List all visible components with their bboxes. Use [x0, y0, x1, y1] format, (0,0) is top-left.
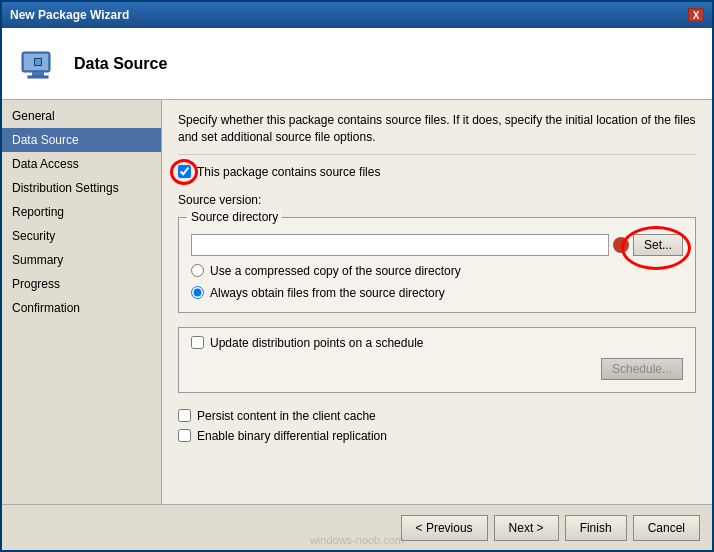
- source-dir-group: Source directory Set... Use a compressed…: [178, 217, 696, 313]
- update-dist-row: Update distribution points on a schedule: [191, 336, 683, 350]
- source-dir-input[interactable]: [191, 234, 609, 256]
- footer: windows-noob.com < Previous Next > Finis…: [2, 504, 712, 550]
- set-btn-wrapper: Set...: [633, 234, 683, 256]
- radio-always[interactable]: [191, 286, 204, 299]
- wizard-window: New Package Wizard X Data Source General: [0, 0, 714, 552]
- radio-compressed-row: Use a compressed copy of the source dire…: [191, 264, 683, 278]
- binary-diff-checkbox[interactable]: [178, 429, 191, 442]
- sidebar-item-distribution-settings[interactable]: Distribution Settings: [2, 176, 161, 200]
- wizard-header: Data Source: [2, 28, 712, 100]
- radio-compressed-label: Use a compressed copy of the source dire…: [210, 264, 461, 278]
- watermark: windows-noob.com: [310, 534, 404, 546]
- source-dir-group-title: Source directory: [187, 210, 282, 224]
- source-dir-row: Set...: [191, 234, 683, 256]
- title-bar: New Package Wizard X: [2, 2, 712, 28]
- source-version-label: Source version:: [178, 193, 696, 207]
- update-dist-label: Update distribution points on a schedule: [210, 336, 423, 350]
- bottom-checkboxes: Persist content in the client cache Enab…: [178, 409, 696, 443]
- cancel-button[interactable]: Cancel: [633, 515, 700, 541]
- radio-always-row: Always obtain files from the source dire…: [191, 286, 683, 300]
- schedule-button[interactable]: Schedule...: [601, 358, 683, 380]
- sidebar-item-reporting[interactable]: Reporting: [2, 200, 161, 224]
- persist-content-row: Persist content in the client cache: [178, 409, 696, 423]
- sidebar-item-confirmation[interactable]: Confirmation: [2, 296, 161, 320]
- update-dist-checkbox[interactable]: [191, 336, 204, 349]
- persist-content-label: Persist content in the client cache: [197, 409, 376, 423]
- svg-rect-3: [28, 76, 48, 78]
- persist-content-checkbox[interactable]: [178, 409, 191, 422]
- schedule-btn-row: Schedule...: [191, 358, 683, 380]
- sidebar-item-data-access[interactable]: Data Access: [2, 152, 161, 176]
- binary-diff-label: Enable binary differential replication: [197, 429, 387, 443]
- contains-source-checkbox[interactable]: [178, 165, 191, 178]
- header-icon: [14, 40, 62, 88]
- header-title: Data Source: [74, 55, 167, 73]
- radio-compressed[interactable]: [191, 264, 204, 277]
- contains-source-label: This package contains source files: [197, 165, 380, 179]
- sidebar-item-progress[interactable]: Progress: [2, 272, 161, 296]
- binary-diff-row: Enable binary differential replication: [178, 429, 696, 443]
- description-text: Specify whether this package contains so…: [178, 112, 696, 155]
- main-panel: Specify whether this package contains so…: [162, 100, 712, 504]
- next-button[interactable]: Next >: [494, 515, 559, 541]
- close-button[interactable]: X: [688, 8, 704, 22]
- content-area: General Data Source Data Access Distribu…: [2, 100, 712, 504]
- set-button[interactable]: Set...: [633, 234, 683, 256]
- sidebar-item-data-source[interactable]: Data Source: [2, 128, 161, 152]
- svg-rect-2: [32, 72, 44, 76]
- finish-button[interactable]: Finish: [565, 515, 627, 541]
- svg-rect-5: [35, 59, 41, 65]
- sidebar-item-security[interactable]: Security: [2, 224, 161, 248]
- sidebar-item-summary[interactable]: Summary: [2, 248, 161, 272]
- window-title: New Package Wizard: [10, 8, 129, 22]
- contains-source-row: This package contains source files: [178, 165, 696, 179]
- red-dot-icon: [613, 237, 629, 253]
- radio-always-label: Always obtain files from the source dire…: [210, 286, 445, 300]
- sidebar: General Data Source Data Access Distribu…: [2, 100, 162, 504]
- previous-button[interactable]: < Previous: [401, 515, 488, 541]
- distribution-group: Update distribution points on a schedule…: [178, 327, 696, 393]
- sidebar-item-general[interactable]: General: [2, 104, 161, 128]
